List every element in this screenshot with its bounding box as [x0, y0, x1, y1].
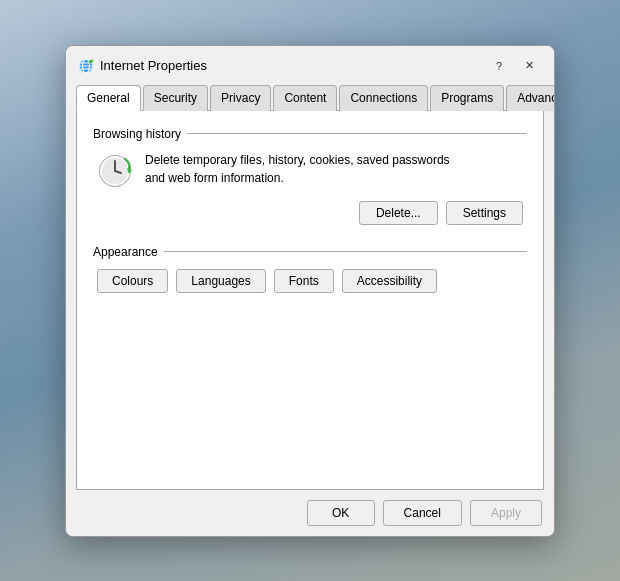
tab-connections[interactable]: Connections	[339, 85, 428, 111]
history-content: Delete temporary files, history, cookies…	[93, 151, 527, 189]
tab-programs[interactable]: Programs	[430, 85, 504, 111]
settings-button[interactable]: Settings	[446, 201, 523, 225]
browsing-history-label: Browsing history	[93, 127, 527, 141]
title-bar-left: Internet Properties	[78, 58, 207, 74]
history-description: Delete temporary files, history, cookies…	[145, 151, 527, 187]
fonts-button[interactable]: Fonts	[274, 269, 334, 293]
appearance-label: Appearance	[93, 245, 527, 259]
internet-properties-dialog: Internet Properties ? ✕ General Security…	[65, 45, 555, 537]
tab-security[interactable]: Security	[143, 85, 208, 111]
ie-icon	[78, 58, 94, 74]
appearance-section: Appearance Colours Languages Fonts Acces…	[93, 245, 527, 293]
history-buttons: Delete... Settings	[93, 201, 527, 225]
window-title: Internet Properties	[100, 58, 207, 73]
colours-button[interactable]: Colours	[97, 269, 168, 293]
appearance-buttons: Colours Languages Fonts Accessibility	[93, 269, 527, 293]
tab-advanced[interactable]: Advanced	[506, 85, 555, 111]
ok-button[interactable]: OK	[307, 500, 375, 526]
title-bar-controls: ? ✕	[486, 56, 542, 76]
browsing-history-section: Browsing history	[93, 127, 527, 225]
cancel-button[interactable]: Cancel	[383, 500, 462, 526]
tabs-bar: General Security Privacy Content Connect…	[66, 76, 554, 110]
delete-button[interactable]: Delete...	[359, 201, 438, 225]
title-bar: Internet Properties ? ✕	[66, 46, 554, 76]
help-button[interactable]: ?	[486, 56, 512, 76]
tab-content[interactable]: Content	[273, 85, 337, 111]
tab-privacy[interactable]: Privacy	[210, 85, 271, 111]
languages-button[interactable]: Languages	[176, 269, 265, 293]
tab-general[interactable]: General	[76, 85, 141, 111]
tab-content-area: Browsing history	[76, 110, 544, 490]
close-button[interactable]: ✕	[516, 56, 542, 76]
accessibility-button[interactable]: Accessibility	[342, 269, 437, 293]
apply-button[interactable]: Apply	[470, 500, 542, 526]
dialog-footer: OK Cancel Apply	[66, 490, 554, 536]
history-icon	[97, 153, 133, 189]
